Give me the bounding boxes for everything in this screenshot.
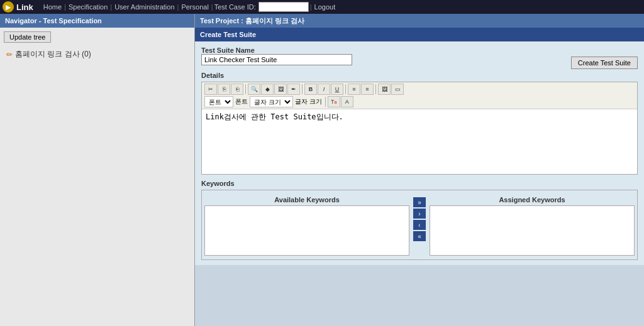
editor-content-area[interactable] (202, 109, 637, 172)
assigned-keywords-list[interactable] (430, 205, 635, 256)
test-case-label: Test Case ID: (214, 3, 256, 11)
paste-button[interactable]: ⎗ (231, 84, 243, 95)
content-area: Test Project : 홈페이지 링크 검사 Create Test Su… (195, 14, 644, 326)
keywords-arrows: » › ‹ « (409, 194, 430, 244)
sidebar-header: Navigator - Test Specification (0, 14, 194, 28)
font-size-label: 글자 크기 (295, 97, 322, 106)
toolbar-row-1: ✂ ⎘ ⎗ 🔍 ◆ 🖼 ✒ B I U (204, 84, 635, 95)
unassign-all-button[interactable]: « (413, 231, 426, 241)
rich-text-editor: ✂ ⎘ ⎗ 🔍 ◆ 🖼 ✒ B I U (201, 82, 638, 175)
insert-table-button[interactable]: ▭ (391, 84, 404, 95)
toolbar-separator (245, 84, 246, 94)
keywords-grid: Available Keywords » › ‹ « (204, 194, 635, 256)
cut-button[interactable]: ✂ (204, 84, 217, 95)
update-tree-button[interactable]: Update tree (4, 31, 51, 43)
available-keywords-items (205, 206, 409, 247)
suite-name-section: Test Suite Name (201, 46, 571, 65)
assigned-keywords-panel: Assigned Keywords (430, 194, 635, 256)
logo-text: Link (16, 3, 33, 12)
italic-button[interactable]: I (318, 84, 330, 95)
suite-name-label: Test Suite Name (201, 46, 571, 54)
suite-name-input[interactable] (201, 54, 352, 65)
toolbar-separator-5 (325, 97, 326, 107)
special-char-button[interactable]: ◆ (261, 84, 274, 95)
unassign-button[interactable]: ‹ (413, 220, 426, 230)
create-btn-section: Create Test Suite (571, 46, 638, 69)
keywords-section: Keywords Available Keywords (201, 180, 638, 260)
tree-item[interactable]: ✏ 홈페이지 링크 검사 (0) (4, 48, 191, 61)
copy-button[interactable]: ⎘ (218, 84, 230, 95)
assigned-keywords-header: Assigned Keywords (430, 194, 635, 205)
edit-icon: ✏ (6, 50, 13, 59)
tree-item-label: 홈페이지 링크 검사 (0) (15, 49, 91, 60)
assign-all-button[interactable]: » (413, 197, 426, 207)
content-body: Create Test Suite Test Suite Name Create… (195, 28, 644, 326)
content-title: Test Project : 홈페이지 링크 검사 (200, 16, 304, 26)
details-label: Details (201, 72, 638, 79)
font-select[interactable]: 폰트 (204, 96, 233, 107)
ordered-list-button[interactable]: ≡ (361, 84, 374, 95)
toolbar-separator-3 (345, 84, 346, 94)
toolbar-separator-2 (302, 84, 303, 94)
text-color-button[interactable]: Ta (328, 96, 340, 107)
create-suite-panel: Create Test Suite Test Suite Name Create… (195, 28, 644, 265)
editor-toolbar: ✂ ⎘ ⎗ 🔍 ◆ 🖼 ✒ B I U (202, 82, 637, 109)
panel-title-bar: Create Test Suite (195, 28, 644, 41)
font-size-select[interactable]: 글자 크기 (250, 96, 293, 107)
top-navigation-bar: ▶ Link Home | Specification | User Admin… (0, 0, 644, 14)
nav-user-administration[interactable]: User Administration (114, 3, 174, 11)
draw-button[interactable]: ✒ (287, 84, 300, 95)
nav-logout[interactable]: Logout (314, 3, 336, 11)
main-layout: Navigator - Test Specification Update tr… (0, 14, 644, 326)
panel-inner: Test Suite Name Create Test Suite Detail… (195, 41, 644, 265)
panel-title: Create Test Suite (200, 31, 256, 38)
available-keywords-list[interactable] (204, 205, 409, 256)
assign-button[interactable]: › (413, 209, 426, 219)
assigned-keywords-items (430, 206, 634, 247)
logo: ▶ Link (3, 1, 38, 13)
image-button[interactable]: 🖼 (274, 84, 287, 95)
sidebar-content: Update tree ✏ 홈페이지 링크 검사 (0) (0, 28, 194, 65)
find-button[interactable]: 🔍 (248, 84, 260, 95)
suite-name-row: Test Suite Name Create Test Suite (201, 46, 638, 69)
create-test-suite-button[interactable]: Create Test Suite (571, 57, 638, 69)
available-keywords-header: Available Keywords (204, 194, 409, 205)
highlight-button[interactable]: A (341, 96, 353, 107)
insert-image-button[interactable]: 🖼 (378, 84, 391, 95)
content-header: Test Project : 홈페이지 링크 검사 (195, 14, 644, 28)
nav-personal[interactable]: Personal (181, 3, 208, 11)
list-button[interactable]: ≡ (348, 84, 360, 95)
sidebar: Navigator - Test Specification Update tr… (0, 14, 195, 326)
toolbar-separator-4 (375, 84, 376, 94)
available-keywords-panel: Available Keywords (204, 194, 409, 256)
font-label: 폰트 (235, 97, 248, 106)
underline-button[interactable]: U (331, 84, 343, 95)
test-case-input[interactable] (258, 2, 309, 12)
bold-button[interactable]: B (304, 84, 317, 95)
test-case-area: Test Case ID: (214, 2, 309, 12)
nav-specification[interactable]: Specification (69, 3, 108, 11)
logo-icon: ▶ (3, 1, 14, 13)
nav-home[interactable]: Home (43, 3, 62, 11)
toolbar-row-2: 폰트 폰트 글자 크기 글자 크기 Ta A (204, 96, 635, 107)
keywords-label: Keywords (201, 180, 638, 187)
sidebar-title: Navigator - Test Specification (5, 17, 102, 24)
